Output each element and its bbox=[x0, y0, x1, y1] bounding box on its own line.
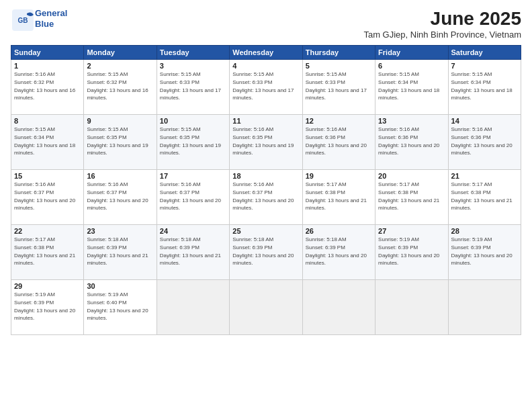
day-info: Sunrise: 5:15 AMSunset: 6:33 PMDaylight:… bbox=[232, 71, 294, 101]
calendar-row: 1 Sunrise: 5:16 AMSunset: 6:32 PMDayligh… bbox=[11, 60, 521, 115]
day-number: 21 bbox=[451, 172, 518, 180]
table-row: 23 Sunrise: 5:18 AMSunset: 6:39 PMDaylig… bbox=[84, 225, 157, 280]
header: GB General Blue June 2025 Tam GJiep, Nin… bbox=[11, 8, 521, 40]
th-saturday: Saturday bbox=[448, 46, 521, 60]
table-row: 26 Sunrise: 5:18 AMSunset: 6:39 PMDaylig… bbox=[302, 225, 375, 280]
day-info: Sunrise: 5:17 AMSunset: 6:38 PMDaylight:… bbox=[451, 181, 513, 211]
day-info: Sunrise: 5:16 AMSunset: 6:37 PMDaylight:… bbox=[160, 181, 221, 211]
day-info: Sunrise: 5:18 AMSunset: 6:39 PMDaylight:… bbox=[160, 236, 221, 266]
day-number: 29 bbox=[14, 282, 81, 290]
table-row: 25 Sunrise: 5:18 AMSunset: 6:39 PMDaylig… bbox=[230, 225, 302, 280]
day-info: Sunrise: 5:15 AMSunset: 6:35 PMDaylight:… bbox=[160, 126, 221, 156]
th-tuesday: Tuesday bbox=[157, 46, 229, 60]
table-row bbox=[448, 280, 521, 335]
table-row: 4 Sunrise: 5:15 AMSunset: 6:33 PMDayligh… bbox=[230, 60, 302, 115]
day-info: Sunrise: 5:16 AMSunset: 6:32 PMDaylight:… bbox=[14, 71, 75, 101]
day-number: 8 bbox=[14, 117, 81, 125]
table-row: 1 Sunrise: 5:16 AMSunset: 6:32 PMDayligh… bbox=[11, 60, 84, 115]
day-info: Sunrise: 5:18 AMSunset: 6:39 PMDaylight:… bbox=[232, 236, 294, 266]
table-row: 3 Sunrise: 5:15 AMSunset: 6:33 PMDayligh… bbox=[157, 60, 229, 115]
day-info: Sunrise: 5:16 AMSunset: 6:36 PMDaylight:… bbox=[306, 126, 367, 156]
table-row: 16 Sunrise: 5:16 AMSunset: 6:37 PMDaylig… bbox=[84, 170, 157, 225]
day-info: Sunrise: 5:15 AMSunset: 6:33 PMDaylight:… bbox=[160, 71, 221, 101]
day-info: Sunrise: 5:18 AMSunset: 6:39 PMDaylight:… bbox=[87, 236, 148, 266]
day-info: Sunrise: 5:17 AMSunset: 6:38 PMDaylight:… bbox=[378, 181, 439, 211]
day-number: 28 bbox=[451, 227, 518, 235]
table-row: 5 Sunrise: 5:15 AMSunset: 6:33 PMDayligh… bbox=[302, 60, 375, 115]
table-row: 9 Sunrise: 5:15 AMSunset: 6:35 PMDayligh… bbox=[84, 115, 157, 170]
day-number: 16 bbox=[87, 172, 153, 180]
table-row bbox=[302, 280, 375, 335]
th-wednesday: Wednesday bbox=[230, 46, 302, 60]
month-title: June 2025 bbox=[363, 8, 521, 30]
table-row: 13 Sunrise: 5:16 AMSunset: 6:36 PMDaylig… bbox=[375, 115, 448, 170]
table-row: 6 Sunrise: 5:15 AMSunset: 6:34 PMDayligh… bbox=[375, 60, 448, 115]
day-number: 2 bbox=[87, 62, 153, 70]
day-number: 17 bbox=[160, 172, 226, 180]
day-info: Sunrise: 5:15 AMSunset: 6:34 PMDaylight:… bbox=[451, 71, 513, 101]
svg-text:GB: GB bbox=[18, 17, 28, 24]
th-friday: Friday bbox=[375, 46, 448, 60]
table-row bbox=[230, 280, 302, 335]
table-row: 8 Sunrise: 5:15 AMSunset: 6:34 PMDayligh… bbox=[11, 115, 84, 170]
logo-text: General Blue bbox=[35, 8, 67, 29]
table-row: 11 Sunrise: 5:16 AMSunset: 6:35 PMDaylig… bbox=[230, 115, 302, 170]
day-number: 15 bbox=[14, 172, 81, 180]
calendar-row: 29 Sunrise: 5:19 AMSunset: 6:39 PMDaylig… bbox=[11, 280, 521, 335]
day-number: 27 bbox=[378, 227, 445, 235]
day-number: 19 bbox=[306, 172, 372, 180]
th-thursday: Thursday bbox=[302, 46, 375, 60]
day-number: 4 bbox=[232, 62, 299, 70]
day-info: Sunrise: 5:16 AMSunset: 6:36 PMDaylight:… bbox=[378, 126, 439, 156]
day-number: 5 bbox=[306, 62, 372, 70]
title-block: June 2025 Tam GJiep, Ninh Binh Province,… bbox=[363, 8, 521, 40]
th-monday: Monday bbox=[84, 46, 157, 60]
day-info: Sunrise: 5:15 AMSunset: 6:33 PMDaylight:… bbox=[306, 71, 367, 101]
calendar-row: 8 Sunrise: 5:15 AMSunset: 6:34 PMDayligh… bbox=[11, 115, 521, 170]
table-row bbox=[157, 280, 229, 335]
day-number: 10 bbox=[160, 117, 226, 125]
location: Tam GJiep, Ninh Binh Province, Vietnam bbox=[363, 30, 521, 40]
day-number: 30 bbox=[87, 282, 153, 290]
table-row: 29 Sunrise: 5:19 AMSunset: 6:39 PMDaylig… bbox=[11, 280, 84, 335]
day-info: Sunrise: 5:16 AMSunset: 6:36 PMDaylight:… bbox=[451, 126, 513, 156]
day-info: Sunrise: 5:17 AMSunset: 6:38 PMDaylight:… bbox=[306, 181, 367, 211]
day-number: 22 bbox=[14, 227, 81, 235]
table-row: 10 Sunrise: 5:15 AMSunset: 6:35 PMDaylig… bbox=[157, 115, 229, 170]
day-info: Sunrise: 5:18 AMSunset: 6:39 PMDaylight:… bbox=[306, 236, 367, 266]
day-number: 23 bbox=[87, 227, 153, 235]
day-info: Sunrise: 5:19 AMSunset: 6:40 PMDaylight:… bbox=[87, 291, 148, 321]
day-info: Sunrise: 5:19 AMSunset: 6:39 PMDaylight:… bbox=[378, 236, 439, 266]
day-number: 13 bbox=[378, 117, 445, 125]
table-row: 28 Sunrise: 5:19 AMSunset: 6:39 PMDaylig… bbox=[448, 225, 521, 280]
calendar-row: 22 Sunrise: 5:17 AMSunset: 6:38 PMDaylig… bbox=[11, 225, 521, 280]
th-sunday: Sunday bbox=[11, 46, 84, 60]
day-info: Sunrise: 5:16 AMSunset: 6:37 PMDaylight:… bbox=[14, 181, 75, 211]
day-info: Sunrise: 5:16 AMSunset: 6:37 PMDaylight:… bbox=[232, 181, 294, 211]
table-row: 30 Sunrise: 5:19 AMSunset: 6:40 PMDaylig… bbox=[84, 280, 157, 335]
table-row: 24 Sunrise: 5:18 AMSunset: 6:39 PMDaylig… bbox=[157, 225, 229, 280]
table-row: 7 Sunrise: 5:15 AMSunset: 6:34 PMDayligh… bbox=[448, 60, 521, 115]
day-info: Sunrise: 5:15 AMSunset: 6:34 PMDaylight:… bbox=[378, 71, 439, 101]
day-info: Sunrise: 5:15 AMSunset: 6:35 PMDaylight:… bbox=[87, 126, 148, 156]
table-row: 20 Sunrise: 5:17 AMSunset: 6:38 PMDaylig… bbox=[375, 170, 448, 225]
day-number: 14 bbox=[451, 117, 518, 125]
table-row bbox=[375, 280, 448, 335]
day-number: 7 bbox=[451, 62, 518, 70]
day-number: 6 bbox=[378, 62, 445, 70]
day-number: 3 bbox=[160, 62, 226, 70]
table-row: 21 Sunrise: 5:17 AMSunset: 6:38 PMDaylig… bbox=[448, 170, 521, 225]
page: GB General Blue June 2025 Tam GJiep, Nin… bbox=[0, 0, 532, 411]
table-row: 14 Sunrise: 5:16 AMSunset: 6:36 PMDaylig… bbox=[448, 115, 521, 170]
table-row: 2 Sunrise: 5:15 AMSunset: 6:32 PMDayligh… bbox=[84, 60, 157, 115]
day-number: 1 bbox=[14, 62, 81, 70]
day-number: 25 bbox=[232, 227, 299, 235]
day-info: Sunrise: 5:16 AMSunset: 6:37 PMDaylight:… bbox=[87, 181, 148, 211]
header-row: Sunday Monday Tuesday Wednesday Thursday… bbox=[11, 46, 521, 60]
day-info: Sunrise: 5:17 AMSunset: 6:38 PMDaylight:… bbox=[14, 236, 75, 266]
table-row: 15 Sunrise: 5:16 AMSunset: 6:37 PMDaylig… bbox=[11, 170, 84, 225]
table-row: 12 Sunrise: 5:16 AMSunset: 6:36 PMDaylig… bbox=[302, 115, 375, 170]
day-number: 20 bbox=[378, 172, 445, 180]
logo: GB General Blue bbox=[11, 8, 67, 30]
day-info: Sunrise: 5:19 AMSunset: 6:39 PMDaylight:… bbox=[14, 291, 75, 321]
